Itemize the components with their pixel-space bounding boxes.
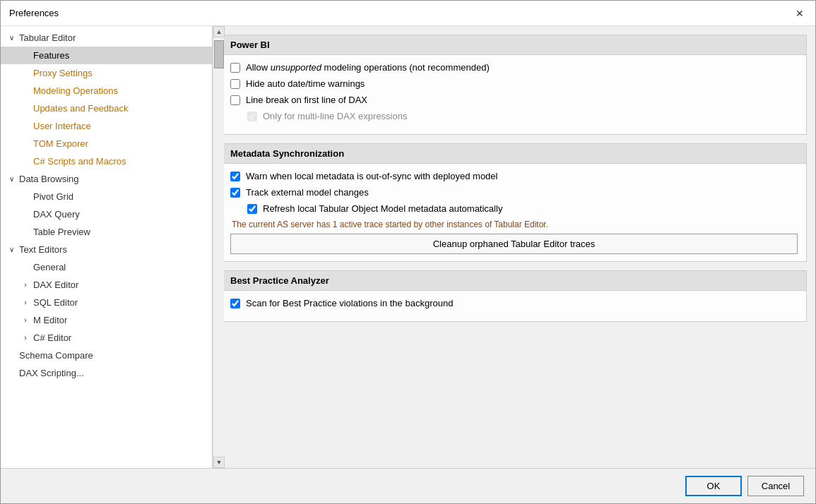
sidebar-container: ∨Tabular EditorFeaturesProxy SettingsMod… <box>1 26 213 468</box>
preferences-dialog: Preferences ✕ ∨Tabular EditorFeaturesPro… <box>0 0 816 504</box>
dialog-footer: OK Cancel <box>1 468 815 503</box>
sidebar-label-table-preview: Table Preview <box>33 227 90 237</box>
metadata-sync-section: Metadata Synchronization Warn when local… <box>221 143 807 262</box>
sidebar-label-csharp-editor: C# Editor <box>33 332 71 343</box>
scan-violations-label[interactable]: Scan for Best Practice violations in the… <box>246 298 453 308</box>
only-multiline-checkbox[interactable] <box>247 112 257 121</box>
sidebar-label-dax-editor: DAX Editor <box>33 280 78 290</box>
track-external-checkbox[interactable] <box>230 188 240 198</box>
sidebar-item-features[interactable]: Features <box>1 47 212 64</box>
sidebar-item-tom-exporer[interactable]: TOM Exporer <box>1 135 212 152</box>
expand-icon-data-browsing: ∨ <box>6 174 16 184</box>
sidebar-item-tabular-editor[interactable]: ∨Tabular Editor <box>1 29 212 47</box>
warn-out-of-sync-label[interactable]: Warn when local metadata is out-of-sync … <box>246 171 497 181</box>
metadata-sync-body: Warn when local metadata is out-of-sync … <box>222 164 806 261</box>
sidebar-item-proxy-settings[interactable]: Proxy Settings <box>1 64 212 82</box>
sidebar-label-pivot-grid: Pivot Grid <box>33 191 73 202</box>
power-bi-body: Allow unsupported modeling operations (n… <box>222 55 806 134</box>
sidebar: ∨Tabular EditorFeaturesProxy SettingsMod… <box>1 26 213 468</box>
scan-violations-checkbox[interactable] <box>230 299 240 308</box>
power-bi-section: Power BI Allow unsupported modeling oper… <box>221 35 807 135</box>
metadata-sync-header: Metadata Synchronization <box>222 144 806 164</box>
refresh-tom-row: Refresh local Tabular Object Model metad… <box>230 203 798 214</box>
title-bar: Preferences ✕ <box>1 1 815 26</box>
line-break-dax-row: Line break on first line of DAX <box>230 95 798 105</box>
scroll-thumb[interactable] <box>214 40 224 68</box>
track-external-row: Track external model changes <box>230 187 798 198</box>
expand-icon-tabular-editor: ∨ <box>6 33 16 43</box>
only-multiline-row: Only for multi-line DAX expressions <box>230 111 798 121</box>
sidebar-label-sql-editor: SQL Editor <box>33 297 78 308</box>
cleanup-button[interactable]: Cleanup orphaned Tabular Editor traces <box>230 234 798 254</box>
warn-out-of-sync-row: Warn when local metadata is out-of-sync … <box>230 171 798 181</box>
sidebar-label-tabular-editor: Tabular Editor <box>19 32 76 43</box>
sidebar-item-modeling-operations[interactable]: Modeling Operations <box>1 82 212 100</box>
collapse-icon-m-editor: › <box>20 316 30 325</box>
sidebar-label-dax-query: DAX Query <box>33 209 80 220</box>
ok-button[interactable]: OK <box>685 476 742 496</box>
warn-out-of-sync-checkbox[interactable] <box>230 172 240 181</box>
sidebar-label-user-interface: User Interface <box>33 121 91 131</box>
sidebar-item-dax-scripting[interactable]: DAX Scripting... <box>1 364 212 382</box>
sidebar-label-modeling-operations: Modeling Operations <box>33 85 118 96</box>
scroll-up-arrow[interactable]: ▲ <box>213 26 225 37</box>
dialog-title: Preferences <box>9 8 59 18</box>
sidebar-item-updates-feedback[interactable]: Updates and Feedback <box>1 100 212 117</box>
hide-auto-date-row: Hide auto date/time warnings <box>230 78 798 89</box>
sidebar-label-dax-scripting: DAX Scripting... <box>19 368 84 378</box>
sidebar-item-sql-editor[interactable]: ›SQL Editor <box>1 294 212 311</box>
line-break-dax-checkbox[interactable] <box>230 95 240 105</box>
sidebar-label-general: General <box>33 262 66 272</box>
line-break-dax-label[interactable]: Line break on first line of DAX <box>246 95 367 105</box>
track-external-label[interactable]: Track external model changes <box>246 187 369 198</box>
sidebar-label-text-editors: Text Editors <box>19 244 67 255</box>
sidebar-item-schema-compare[interactable]: Schema Compare <box>1 347 212 364</box>
cancel-button[interactable]: Cancel <box>747 476 804 496</box>
collapse-icon-dax-editor: › <box>20 280 30 290</box>
sidebar-item-csharp-scripts[interactable]: C# Scripts and Macros <box>1 152 212 170</box>
only-multiline-label: Only for multi-line DAX expressions <box>263 111 407 121</box>
sidebar-item-dax-query[interactable]: DAX Query <box>1 205 212 223</box>
dialog-body: ∨Tabular EditorFeaturesProxy SettingsMod… <box>1 26 815 468</box>
unsupported-ops-row: Allow unsupported modeling operations (n… <box>230 62 798 73</box>
sidebar-label-tom-exporer: TOM Exporer <box>33 138 88 149</box>
sidebar-item-table-preview[interactable]: Table Preview <box>1 223 212 241</box>
sidebar-label-updates-feedback: Updates and Feedback <box>33 103 128 114</box>
best-practice-section: Best Practice Analyzer Scan for Best Pra… <box>221 270 807 322</box>
sidebar-label-proxy-settings: Proxy Settings <box>33 68 93 78</box>
unsupported-ops-label[interactable]: Allow unsupported modeling operations (n… <box>246 62 490 73</box>
sidebar-label-csharp-scripts: C# Scripts and Macros <box>33 156 126 167</box>
sidebar-item-user-interface[interactable]: User Interface <box>1 117 212 135</box>
sidebar-item-m-editor[interactable]: ›M Editor <box>1 311 212 329</box>
sidebar-label-m-editor: M Editor <box>33 315 67 325</box>
sidebar-scrollbar[interactable]: ▲ ▼ <box>213 26 224 468</box>
power-bi-header: Power BI <box>222 35 806 55</box>
refresh-tom-checkbox[interactable] <box>247 204 257 214</box>
sidebar-item-csharp-editor[interactable]: ›C# Editor <box>1 329 212 347</box>
scroll-down-arrow[interactable]: ▼ <box>213 457 225 468</box>
main-content: Power BI Allow unsupported modeling oper… <box>213 26 815 468</box>
sidebar-item-dax-editor[interactable]: ›DAX Editor <box>1 276 212 294</box>
info-text: The current AS server has 1 active trace… <box>230 220 798 229</box>
unsupported-ops-checkbox[interactable] <box>230 63 240 73</box>
sidebar-label-data-browsing: Data Browsing <box>19 174 79 184</box>
close-button[interactable]: ✕ <box>793 6 807 20</box>
sidebar-item-data-browsing[interactable]: ∨Data Browsing <box>1 170 212 188</box>
scan-violations-row: Scan for Best Practice violations in the… <box>230 298 798 308</box>
sidebar-label-features: Features <box>33 50 69 61</box>
sidebar-item-general[interactable]: General <box>1 258 212 276</box>
refresh-tom-label[interactable]: Refresh local Tabular Object Model metad… <box>263 203 502 214</box>
sidebar-label-schema-compare: Schema Compare <box>19 350 93 361</box>
hide-auto-date-label[interactable]: Hide auto date/time warnings <box>246 78 365 89</box>
collapse-icon-sql-editor: › <box>20 298 30 308</box>
best-practice-header: Best Practice Analyzer <box>222 271 806 291</box>
sidebar-item-pivot-grid[interactable]: Pivot Grid <box>1 188 212 205</box>
sidebar-item-text-editors[interactable]: ∨Text Editors <box>1 241 212 258</box>
collapse-icon-csharp-editor: › <box>20 333 30 343</box>
expand-icon-text-editors: ∨ <box>6 245 16 255</box>
best-practice-body: Scan for Best Practice violations in the… <box>222 291 806 321</box>
hide-auto-date-checkbox[interactable] <box>230 79 240 89</box>
